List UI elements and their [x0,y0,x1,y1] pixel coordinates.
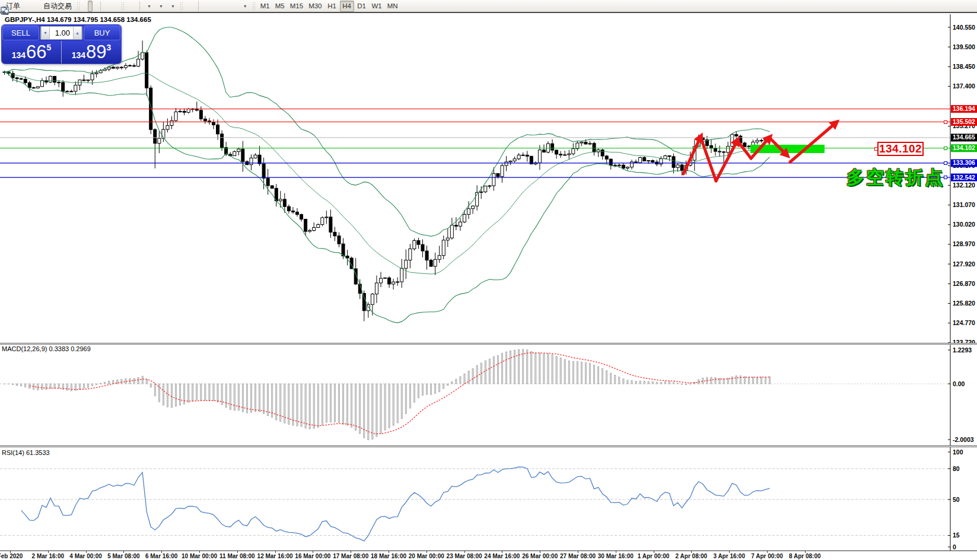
time-label: 3 Apr 16:00 [713,553,745,559]
time-label: 26 Mar 00:00 [522,553,558,559]
profiles-button[interactable]: ▼ [154,1,166,12]
line-chart-mode-button[interactable] [93,1,98,12]
time-label: 24 Mar 16:00 [484,553,520,559]
svg-text:139.500: 139.500 [953,43,975,50]
time-label: 10 Mar 00:00 [182,553,217,559]
time-label: 30 Mar 16:00 [598,553,634,559]
price-tag-annotation[interactable]: 134.102 [877,142,924,156]
svg-text:0: 0 [953,543,956,551]
svg-text:140.550: 140.550 [953,24,975,31]
svg-text:130.020: 130.020 [953,221,975,228]
tf-m5-button[interactable]: M5 [273,1,287,12]
svg-text:135.502: 135.502 [953,118,975,125]
zoom-in-button[interactable] [103,1,108,12]
buy-price-prefix: 134 [72,50,85,60]
tile-windows-button[interactable] [114,1,119,12]
tf-h4-button[interactable]: H4 [340,1,354,12]
svg-text:127.920: 127.920 [953,260,975,268]
chevron-down-icon: ▼ [147,4,151,8]
toolbar-grip[interactable] [180,2,183,11]
text-button[interactable]: A [228,1,233,12]
time-axis[interactable]: Feb 20202 Mar 16:004 Mar 00:005 Mar 08:0… [0,551,977,560]
svg-text:100: 100 [953,448,963,456]
toolbar-grip[interactable] [252,2,256,11]
tf-h1-button[interactable]: H1 [325,1,339,12]
macd-indicator-label: MACD(12,26,9) 0.3383 0.2969 [2,345,91,352]
trendline-button[interactable] [212,1,217,12]
chevron-down-icon: ▼ [171,4,175,8]
sell-price-tile[interactable]: 134 66 5 [2,41,61,63]
time-label: 16 Mar 00:00 [295,553,330,559]
chevron-down-icon: ▼ [243,4,247,8]
tf-w1-button[interactable]: W1 [370,1,384,12]
indicator-windows-button[interactable]: ▼ [166,1,177,12]
main-chart-canvas[interactable]: 140.550139.500138.450137.400135.270133.1… [0,14,977,343]
fibonacci-button[interactable]: F [222,1,227,12]
time-label: 4 Mar 00:00 [69,553,101,559]
svg-text:50: 50 [953,496,960,503]
volume-increase-button[interactable]: ▲ [73,27,82,39]
text-label-button[interactable]: T [233,1,238,12]
toolbar-grip[interactable] [121,2,125,11]
tf-m30-button[interactable]: M30 [306,1,324,12]
sell-price-main: 66 [26,42,46,63]
vertical-line-button[interactable] [201,1,206,12]
chart-shift-button[interactable] [132,1,137,12]
cursor-button[interactable] [186,1,190,12]
deposit-button[interactable] [23,1,28,12]
signals-button[interactable] [34,1,39,12]
svg-text:138.450: 138.450 [953,63,975,70]
tf-m15-button[interactable]: M15 [288,1,305,12]
main-toolbar: 订单自动交易▼▼▼EFAT▼M1M5M15M30H1H4D1W1MN [0,0,977,13]
chevron-down-icon: ▼ [159,4,163,8]
panel-separator[interactable] [0,446,977,447]
svg-text:-2.0003: -2.0003 [953,436,974,443]
bar-chart-mode-button[interactable] [82,1,87,12]
panel-separator[interactable] [0,343,977,345]
crosshair-button[interactable] [191,1,196,12]
toolbar-separator [198,1,199,11]
svg-text:126.870: 126.870 [953,280,975,287]
tf-d1-button[interactable]: D1 [355,1,369,12]
chat-button[interactable] [970,1,975,12]
chinese-annotation-text[interactable]: 多空转折点 [846,166,944,190]
buy-button[interactable]: BUY [84,26,120,40]
time-label: 18 Mar 16:00 [371,553,406,559]
time-label: 6 Mar 16:00 [145,553,177,559]
time-label: 7 Apr 00:00 [751,553,783,559]
volume-decrease-button[interactable]: ▼ [41,27,50,39]
rsi-panel-canvas[interactable]: 1008050150 [0,447,977,551]
one-click-trading-panel: SELL ▼ ▲ BUY 134 66 5 134 89 3 [2,25,121,63]
tf-mn-button[interactable]: MN [385,1,400,12]
arrows-button[interactable]: ▼ [238,1,250,12]
svg-text:0.00: 0.00 [953,380,965,387]
candlestick-mode-button[interactable] [88,1,93,12]
svg-text:15: 15 [953,532,960,539]
svg-text:137.400: 137.400 [953,82,975,90]
svg-text:132.120: 132.120 [953,182,975,189]
sell-button[interactable]: SELL [2,26,39,40]
equidistant-channel-button[interactable]: E [217,1,222,12]
community-button[interactable] [28,1,33,12]
volume-input[interactable] [50,27,73,39]
new-chart-button[interactable]: ▼ [142,1,154,12]
tf-m1-button[interactable]: M1 [258,1,272,12]
search-button[interactable] [965,1,970,12]
time-label: Feb 2020 [0,553,23,559]
svg-text:124.770: 124.770 [953,319,975,326]
macd-panel-canvas[interactable]: 1.22930.00-2.0003 [0,345,977,446]
horizontal-line-button[interactable] [206,1,211,12]
time-label: 27 Mar 08:00 [560,553,596,559]
autotrading-button[interactable]: 自动交易 [39,1,74,12]
zoom-out-button[interactable] [109,1,113,12]
toolbar-grip[interactable] [77,2,80,11]
toolbar-separator [100,1,101,11]
sell-price-pip: 5 [47,43,52,52]
scroll-to-end-button[interactable] [127,1,132,12]
button-label: 自动交易 [43,1,72,11]
svg-text:125.820: 125.820 [953,300,975,307]
time-label: 5 Mar 08:00 [107,553,139,559]
time-label: 17 Mar 08:00 [333,553,368,559]
buy-price-tile[interactable]: 134 89 3 [62,41,121,63]
rsi-indicator-label: RSI(14) 61.3533 [2,449,50,456]
